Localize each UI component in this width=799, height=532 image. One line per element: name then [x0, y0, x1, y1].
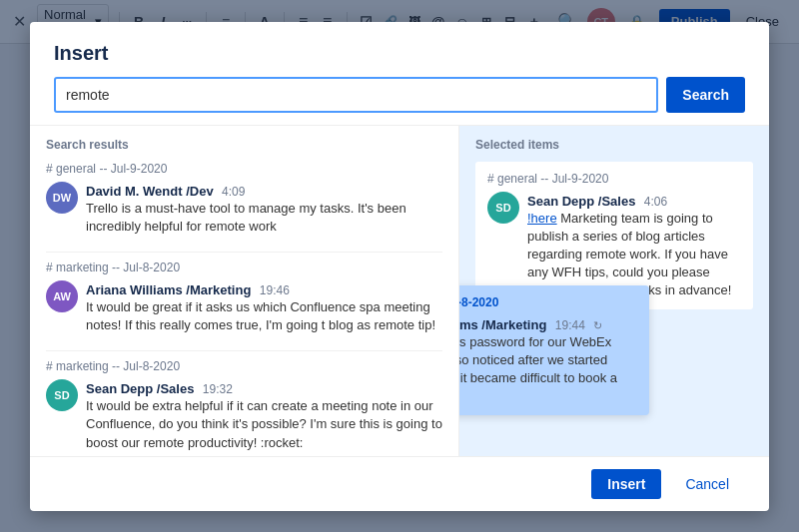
result-channel-1: # general -- Jul-9-2020	[46, 162, 442, 176]
selected-link-1[interactable]: !here	[527, 211, 557, 226]
list-item: # marketing -- Jul-8-2020 AW Ariana Will…	[46, 261, 442, 334]
floating-text: Anyone knows password for our WebEx acco…	[459, 333, 637, 406]
result-text-3: It would be extra helpful if it can crea…	[86, 397, 442, 452]
modal-footer: Insert Cancel	[30, 456, 769, 511]
list-item: # general -- Jul-9-2020 DW David M. Wend…	[46, 162, 442, 236]
result-content-3: Sean Depp /Sales 19:32 It would be extra…	[86, 379, 442, 452]
result-channel-2: # marketing -- Jul-8-2020	[46, 261, 442, 274]
result-divider-1	[46, 252, 442, 253]
search-button[interactable]: Search	[666, 77, 745, 113]
modal-title: Insert	[54, 42, 745, 65]
result-avatar-2: AW	[46, 280, 78, 312]
modal-overlay: Insert Search Search results # general -…	[0, 0, 799, 532]
result-author-1: David M. Wendt /Dev	[86, 184, 214, 199]
cancel-button[interactable]: Cancel	[669, 469, 745, 499]
floating-channel: # development -- Jul-8-2020	[459, 295, 637, 309]
floating-time: 19:44	[555, 318, 585, 332]
insert-modal: Insert Search Search results # general -…	[30, 22, 769, 511]
selected-content-1: Sean Depp /Sales 4:06 !here Marketing te…	[527, 192, 741, 300]
result-divider-2	[46, 350, 442, 351]
insert-button[interactable]: Insert	[591, 469, 661, 499]
floating-author: Ariana Williams /Marketing	[459, 317, 546, 332]
result-time-1: 4:09	[222, 185, 245, 199]
result-message-2: AW Ariana Williams /Marketing 19:46 It w…	[46, 280, 442, 334]
selected-channel-1: # general -- Jul-9-2020	[487, 172, 741, 186]
selected-items-panel: Selected items # general -- Jul-9-2020 S…	[459, 126, 769, 456]
selected-author-1: Sean Depp /Sales	[527, 194, 635, 209]
floating-selected-card: # development -- Jul-8-2020 AW Ariana Wi…	[459, 285, 649, 416]
selected-time-1: 4:06	[644, 195, 667, 209]
modal-header: Insert Search	[30, 22, 769, 126]
result-content-1: David M. Wendt /Dev 4:09 Trello is a mus…	[86, 182, 442, 236]
result-content-2: Ariana Williams /Marketing 19:46 It woul…	[86, 280, 442, 334]
result-author-2: Ariana Williams /Marketing	[86, 282, 251, 297]
result-text-2: It would be great if it asks us which Co…	[86, 298, 442, 334]
result-avatar-1: DW	[46, 182, 78, 214]
floating-message: AW Ariana Williams /Marketing 19:44 ↻ An…	[459, 315, 637, 406]
modal-body: Search results # general -- Jul-9-2020 D…	[30, 126, 769, 456]
refresh-icon: ↻	[593, 319, 602, 331]
search-results-title: Search results	[46, 138, 442, 152]
list-item: # marketing -- Jul-8-2020 SD Sean Depp /…	[46, 359, 442, 452]
result-channel-3: # marketing -- Jul-8-2020	[46, 359, 442, 373]
floating-content: Ariana Williams /Marketing 19:44 ↻ Anyon…	[459, 315, 637, 406]
result-message-1: DW David M. Wendt /Dev 4:09 Trello is a …	[46, 182, 442, 236]
result-author-3: Sean Depp /Sales	[86, 381, 194, 396]
selected-message-1: SD Sean Depp /Sales 4:06 !here Marketing…	[487, 192, 741, 300]
hash-icon: # general	[46, 162, 96, 176]
search-input[interactable]	[54, 77, 658, 113]
search-results-panel: Search results # general -- Jul-9-2020 D…	[30, 126, 459, 456]
result-text-1: Trello is a must-have tool to manage my …	[86, 200, 442, 236]
selected-items-title: Selected items	[475, 138, 753, 152]
result-time-2: 19:46	[260, 283, 290, 297]
search-row: Search	[54, 77, 745, 113]
result-avatar-3: SD	[46, 379, 78, 411]
result-date-1: -- Jul-9-2020	[99, 162, 167, 176]
result-time-3: 19:32	[203, 382, 233, 396]
result-message-3: SD Sean Depp /Sales 19:32 It would be ex…	[46, 379, 442, 452]
selected-avatar-1: SD	[487, 192, 519, 224]
